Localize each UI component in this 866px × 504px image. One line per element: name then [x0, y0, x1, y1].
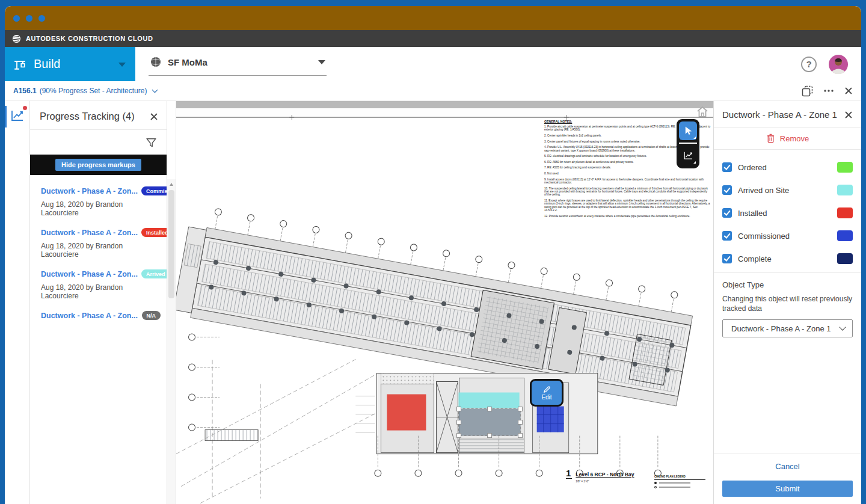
product-switcher[interactable]: Build	[5, 47, 135, 81]
markup-arrived[interactable]	[459, 393, 520, 408]
select-tool-button[interactable]	[679, 121, 697, 140]
progress-panel-close-icon[interactable]	[150, 112, 158, 121]
progress-item-link[interactable]: Ductwork - Phase A - Zon...	[41, 312, 138, 320]
breadcrumb-chevron-icon[interactable]	[152, 87, 158, 93]
progress-panel-title: Progress Tracking (4)	[40, 111, 150, 122]
traffic-light-minimize[interactable]	[26, 15, 32, 22]
detail-panel-title: Ductwork - Phase A - Zone 1	[722, 109, 844, 120]
window-titlebar	[5, 6, 861, 30]
object-type-select[interactable]: Ductwork - Phase A - Zone 1	[722, 319, 853, 337]
legend-symbol-filled	[654, 482, 657, 484]
checkbox-arrived[interactable]	[722, 185, 732, 195]
status-row: Arrived on Site	[722, 179, 853, 201]
status-checklist: Ordered Arrived on Site Installed Commis…	[714, 150, 861, 272]
cancel-button[interactable]: Cancel	[722, 462, 853, 471]
user-avatar[interactable]	[829, 55, 848, 74]
more-menu-icon[interactable]	[823, 89, 834, 93]
drawing-canvas[interactable]: GENERAL NOTES: 1. Provide aircraft cable…	[176, 101, 713, 504]
compare-versions-icon[interactable]	[802, 85, 813, 97]
progress-chart-icon	[683, 150, 693, 161]
markup-detail-panel: Ductwork - Phase A - Zone 1 Remove Order…	[713, 101, 861, 504]
breadcrumb-sheet-number[interactable]: A156.1	[13, 87, 37, 95]
status-row: Installed	[722, 201, 853, 224]
progress-item-link[interactable]: Ductwork - Phase A - Zon...	[41, 270, 138, 278]
list-item[interactable]: Ductwork - Phase A - Zon... Installed Au…	[30, 223, 167, 264]
color-swatch[interactable]	[837, 207, 853, 218]
legend-title: CEILING PLAN LEGEND	[654, 475, 705, 480]
app-window: AUTODESK CONSTRUCTION CLOUD Build SF MoM…	[5, 6, 861, 504]
checkbox-ordered[interactable]	[722, 162, 732, 172]
pencil-icon	[543, 386, 551, 393]
autodesk-logo-icon	[12, 34, 21, 43]
breadcrumb-set-name[interactable]: (90% Progress Set - Architecture)	[40, 87, 147, 95]
home-view-icon[interactable]	[696, 106, 709, 118]
close-sheet-icon[interactable]	[844, 87, 853, 95]
sheet-breadcrumb-row: A156.1 (90% Progress Set - Architecture)	[5, 81, 861, 101]
status-label: Ordered	[738, 163, 837, 172]
progress-tracking-tool-icon[interactable]	[10, 108, 25, 123]
top-toolbar: Build SF MoMa ?	[5, 47, 861, 81]
color-swatch[interactable]	[837, 185, 853, 195]
progress-item-meta: Aug 18, 2020 by Brandon Lacourciere	[41, 283, 161, 300]
markup-selected[interactable]	[459, 409, 521, 436]
list-item[interactable]: Ductwork - Phase A - Zon... Arrived on S…	[30, 264, 167, 306]
remove-label: Remove	[780, 134, 809, 143]
markup-visibility-bar: Hide progress markups	[30, 155, 167, 175]
status-badge: Commission...	[141, 186, 167, 195]
markup-tool-palette	[677, 119, 699, 168]
submit-button[interactable]: Submit	[722, 481, 853, 497]
edit-markup-tooltip[interactable]: Edit	[530, 379, 564, 407]
checkbox-installed[interactable]	[722, 208, 732, 218]
left-tool-rail	[5, 101, 30, 504]
detail-panel-close-icon[interactable]	[844, 111, 853, 119]
product-caret-icon	[118, 63, 126, 67]
legend-symbol-open	[654, 486, 657, 488]
progress-item-link[interactable]: Ductwork - Phase A - Zon...	[41, 229, 138, 237]
drawing-title: Level 6 RCP - North Bay	[576, 472, 634, 478]
progress-item-meta: Aug 18, 2020 by Brandon Lacourciere	[41, 242, 161, 259]
checkbox-complete[interactable]	[722, 254, 732, 263]
main-area: Progress Tracking (4) Hide progress mark…	[5, 101, 861, 504]
scroll-up-icon[interactable]	[170, 183, 173, 186]
scrollbar-thumb[interactable]	[168, 190, 174, 298]
color-swatch[interactable]	[837, 162, 853, 173]
edit-label: Edit	[541, 394, 551, 401]
markup-installed[interactable]	[387, 395, 426, 431]
status-label: Arrived on Site	[738, 186, 837, 195]
status-badge: Installed	[141, 228, 167, 237]
list-item[interactable]: Ductwork - Phase A - Zon... N/A	[30, 306, 167, 325]
active-tool-indicator	[5, 106, 7, 128]
list-scrollbar[interactable]	[167, 101, 176, 504]
progress-item-list: Ductwork - Phase A - Zon... Commission..…	[30, 175, 167, 504]
traffic-light-close[interactable]	[13, 15, 20, 22]
project-icon	[150, 56, 162, 68]
project-selector[interactable]: SF MoMa	[149, 52, 327, 76]
product-name: Build	[34, 57, 60, 71]
progress-item-link[interactable]: Ductwork - Phase A - Zon...	[41, 187, 138, 195]
color-swatch[interactable]	[837, 230, 853, 241]
status-row: Commissioned	[722, 224, 853, 247]
status-badge: Arrived on S...	[141, 269, 167, 278]
object-type-label: Object Type	[722, 280, 853, 289]
traffic-light-zoom[interactable]	[38, 15, 45, 22]
status-label: Commissioned	[738, 232, 837, 241]
progress-item-meta: Aug 18, 2020 by Brandon Lacourciere	[41, 200, 161, 217]
color-swatch[interactable]	[837, 253, 853, 264]
object-type-section: Object Type Changing this object will re…	[714, 272, 861, 337]
build-product-icon	[13, 58, 26, 71]
chevron-down-icon	[839, 324, 846, 330]
status-label: Complete	[738, 254, 837, 263]
remove-button[interactable]: Remove	[714, 128, 861, 150]
object-type-help: Changing this object will reset previous…	[722, 294, 853, 313]
status-badge: N/A	[142, 311, 161, 320]
list-item[interactable]: Ductwork - Phase A - Zon... Commission..…	[30, 181, 167, 223]
markup-commissioned[interactable]	[537, 407, 564, 432]
progress-tool-button[interactable]	[679, 146, 697, 165]
checkbox-commissioned[interactable]	[722, 231, 732, 241]
cursor-icon	[683, 126, 693, 136]
filter-icon[interactable]	[146, 137, 157, 149]
drawing-scale: 1/8" = 1'-0"	[576, 480, 634, 483]
help-button[interactable]: ?	[801, 57, 817, 72]
acc-header: AUTODESK CONSTRUCTION CLOUD	[5, 30, 861, 47]
hide-progress-markups-button[interactable]: Hide progress markups	[55, 159, 141, 171]
